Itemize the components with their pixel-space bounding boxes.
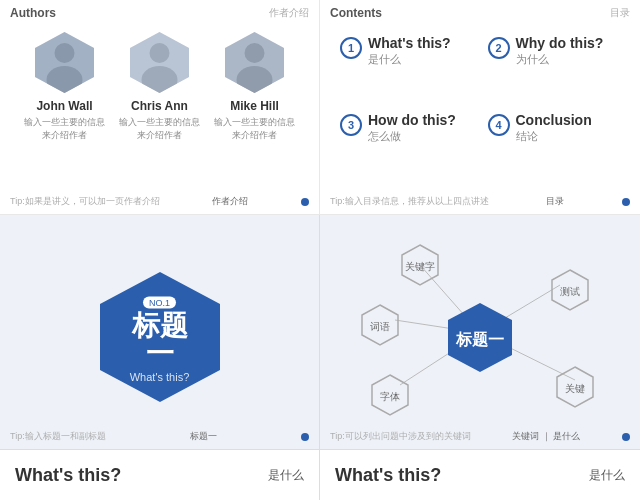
big-hex-content: NO.1 标题一 What's this? bbox=[125, 292, 195, 383]
contents-header: Contents 目录 bbox=[320, 0, 640, 22]
avatar-mike bbox=[222, 30, 287, 95]
author-desc-john: 输入一些主要的信息来介绍作者 bbox=[22, 116, 107, 141]
content-zh-3: 怎么做 bbox=[368, 129, 456, 144]
content-zh-1: 是什么 bbox=[368, 52, 451, 67]
svg-text:关键: 关键 bbox=[565, 383, 585, 394]
keywords-tip-links: 关键词 ｜ 是什么 bbox=[512, 430, 580, 443]
authors-panel: Authors 作者介绍 bbox=[0, 0, 320, 215]
author-desc-mike: 输入一些主要的信息来介绍作者 bbox=[212, 116, 297, 141]
content-text-2: Why do this? 为什么 bbox=[516, 35, 604, 67]
keywords-tip-link2[interactable]: 是什么 bbox=[553, 431, 580, 441]
svg-text:字体: 字体 bbox=[380, 391, 400, 402]
keywords-panel: 关键字 测试 词语 字体 关键 标题一 Tip:可以列出问题中涉及到的关键词 bbox=[320, 215, 640, 450]
big-hex-container: NO.1 标题一 What's this? bbox=[90, 267, 230, 407]
headline-tip-link[interactable]: 标题一 bbox=[190, 430, 217, 443]
content-en-2: Why do this? bbox=[516, 35, 604, 52]
content-zh-2: 为什么 bbox=[516, 52, 604, 67]
bottom-left-title-zh: 是什么 bbox=[268, 467, 304, 484]
svg-marker-14 bbox=[225, 32, 284, 93]
big-hex: NO.1 标题一 What's this? bbox=[90, 267, 230, 407]
author-name-mike: Mike Hill bbox=[230, 99, 279, 113]
authors-tip-dot bbox=[301, 198, 309, 206]
content-en-1: What's this? bbox=[368, 35, 451, 52]
contents-panel: Contents 目录 1 What's this? 是什么 2 Why do … bbox=[320, 0, 640, 215]
contents-tip-dot bbox=[622, 198, 630, 206]
content-num-1: 1 bbox=[340, 37, 362, 59]
bottom-left-strip: What's this? 是什么 bbox=[0, 450, 320, 500]
content-en-3: How do this? bbox=[368, 112, 456, 129]
no1-badge: NO.1 bbox=[143, 297, 176, 309]
bottom-right-title-zh: 是什么 bbox=[589, 467, 625, 484]
svg-text:测试: 测试 bbox=[560, 286, 580, 297]
content-en-4: Conclusion bbox=[516, 112, 592, 129]
contents-title: Contents bbox=[330, 6, 382, 20]
keywords-tip: Tip:可以列出问题中涉及到的关键词 关键词 ｜ 是什么 bbox=[320, 430, 640, 443]
authors-tip-text: Tip:如果是讲义，可以加一页作者介绍 bbox=[10, 195, 160, 208]
content-zh-4: 结论 bbox=[516, 129, 592, 144]
headline-tip: Tip:输入标题一和副标题 标题一 bbox=[0, 430, 319, 443]
content-num-2: 2 bbox=[488, 37, 510, 59]
headline-title-zh: 标题一 bbox=[125, 312, 195, 368]
content-text-3: How do this? 怎么做 bbox=[368, 112, 456, 144]
author-desc-chris: 输入一些主要的信息来介绍作者 bbox=[117, 116, 202, 141]
avatar-chris bbox=[127, 30, 192, 95]
svg-text:关键字: 关键字 bbox=[405, 261, 435, 272]
svg-text:词语: 词语 bbox=[370, 321, 390, 332]
bottom-left-title-en: What's this? bbox=[15, 465, 260, 486]
svg-marker-9 bbox=[130, 32, 189, 93]
author-name-john: John Wall bbox=[36, 99, 92, 113]
bottom-right-title-en: What's this? bbox=[335, 465, 581, 486]
svg-text:标题一: 标题一 bbox=[455, 331, 504, 348]
content-item-3: 3 How do this? 怎么做 bbox=[335, 107, 478, 179]
headline-title-en: What's this? bbox=[125, 371, 195, 383]
author-card-mike: Mike Hill 输入一些主要的信息来介绍作者 bbox=[212, 30, 297, 141]
authors-tip-link[interactable]: 作者介绍 bbox=[212, 195, 248, 208]
content-num-3: 3 bbox=[340, 114, 362, 136]
keywords-diagram: 关键字 测试 词语 字体 关键 标题一 Tip:可以列出问题中涉及到的关键词 bbox=[320, 215, 640, 449]
authors-title-zh: 作者介绍 bbox=[269, 6, 309, 20]
authors-header: Authors 作者介绍 bbox=[0, 0, 319, 22]
author-name-chris: Chris Ann bbox=[131, 99, 188, 113]
headline-tip-dot bbox=[301, 433, 309, 441]
content-num-4: 4 bbox=[488, 114, 510, 136]
content-text-1: What's this? 是什么 bbox=[368, 35, 451, 67]
content-item-4: 4 Conclusion 结论 bbox=[483, 107, 626, 179]
contents-tip-text: Tip:输入目录信息，推荐从以上四点讲述 bbox=[330, 195, 489, 208]
svg-marker-4 bbox=[35, 32, 94, 93]
contents-title-zh: 目录 bbox=[610, 6, 630, 20]
content-item-1: 1 What's this? 是什么 bbox=[335, 30, 478, 102]
content-item-2: 2 Why do this? 为什么 bbox=[483, 30, 626, 102]
headline-panel: NO.1 标题一 What's this? Tip:输入标题一和副标题 标题一 bbox=[0, 215, 320, 450]
contents-tip-link[interactable]: 目录 bbox=[546, 195, 564, 208]
keywords-tip-sep: ｜ bbox=[542, 431, 551, 441]
bottom-right-strip: What's this? 是什么 bbox=[320, 450, 640, 500]
author-card-chris: Chris Ann 输入一些主要的信息来介绍作者 bbox=[117, 30, 202, 141]
headline-tip-text: Tip:输入标题一和副标题 bbox=[10, 430, 106, 443]
content-text-4: Conclusion 结论 bbox=[516, 112, 592, 144]
author-card-john: John Wall 输入一些主要的信息来介绍作者 bbox=[22, 30, 107, 141]
authors-tip: Tip:如果是讲义，可以加一页作者介绍 作者介绍 bbox=[0, 195, 319, 208]
keywords-tip-text: Tip:可以列出问题中涉及到的关键词 bbox=[330, 430, 471, 443]
avatar-john bbox=[32, 30, 97, 95]
keywords-tip-dot bbox=[622, 433, 630, 441]
authors-title: Authors bbox=[10, 6, 56, 20]
contents-grid: 1 What's this? 是什么 2 Why do this? 为什么 3 … bbox=[320, 22, 640, 187]
contents-tip: Tip:输入目录信息，推荐从以上四点讲述 目录 bbox=[320, 195, 640, 208]
authors-row: John Wall 输入一些主要的信息来介绍作者 bbox=[0, 22, 319, 145]
keywords-tip-link1[interactable]: 关键词 bbox=[512, 431, 539, 441]
